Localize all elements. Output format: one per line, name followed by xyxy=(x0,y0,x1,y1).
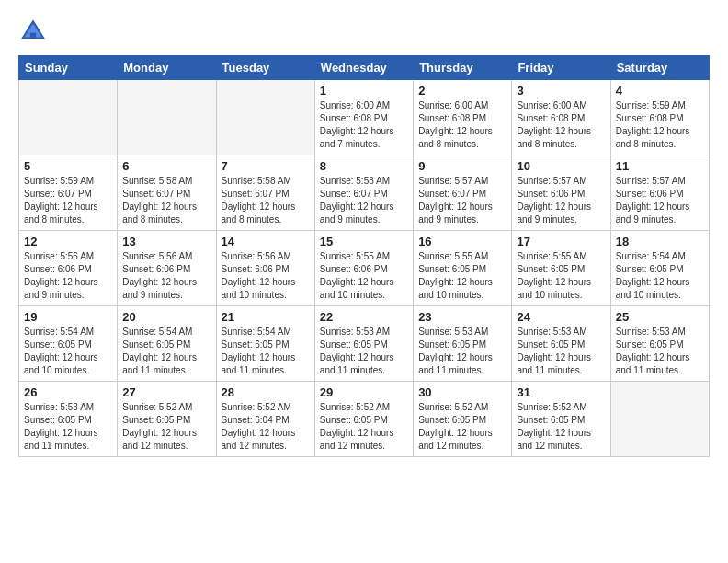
week-row-0: 1Sunrise: 6:00 AM Sunset: 6:08 PM Daylig… xyxy=(19,80,710,155)
day-number: 6 xyxy=(122,159,210,173)
day-info: Sunrise: 5:54 AM Sunset: 6:05 PM Dayligh… xyxy=(222,326,310,377)
day-info: Sunrise: 5:55 AM Sunset: 6:06 PM Dayligh… xyxy=(320,250,408,302)
calendar-cell xyxy=(610,382,709,457)
day-info: Sunrise: 5:53 AM Sunset: 6:05 PM Dayligh… xyxy=(418,326,506,377)
calendar-cell: 3Sunrise: 6:00 AM Sunset: 6:08 PM Daylig… xyxy=(512,80,610,155)
day-number: 16 xyxy=(418,235,506,248)
day-number: 5 xyxy=(24,159,112,173)
day-number: 20 xyxy=(122,310,210,324)
calendar-cell: 8Sunrise: 5:58 AM Sunset: 6:07 PM Daylig… xyxy=(314,155,413,231)
day-number: 10 xyxy=(517,159,605,173)
weekday-header-row: SundayMondayTuesdayWednesdayThursdayFrid… xyxy=(19,56,710,80)
calendar-cell: 9Sunrise: 5:57 AM Sunset: 6:07 PM Daylig… xyxy=(414,155,512,231)
day-info: Sunrise: 5:57 AM Sunset: 6:07 PM Dayligh… xyxy=(418,175,506,226)
day-info: Sunrise: 6:00 AM Sunset: 6:08 PM Dayligh… xyxy=(320,99,408,151)
day-number: 27 xyxy=(122,385,210,399)
day-number: 1 xyxy=(320,84,408,98)
day-info: Sunrise: 5:52 AM Sunset: 6:05 PM Dayligh… xyxy=(320,401,408,453)
calendar-cell: 29Sunrise: 5:52 AM Sunset: 6:05 PM Dayli… xyxy=(314,382,413,457)
calendar-cell: 11Sunrise: 5:57 AM Sunset: 6:06 PM Dayli… xyxy=(610,155,709,231)
page: SundayMondayTuesdayWednesdayThursdayFrid… xyxy=(0,0,728,563)
week-row-1: 5Sunrise: 5:59 AM Sunset: 6:07 PM Daylig… xyxy=(19,155,710,231)
weekday-header-thursday: Thursday xyxy=(414,56,512,80)
day-number: 19 xyxy=(24,310,112,324)
day-info: Sunrise: 5:56 AM Sunset: 6:06 PM Dayligh… xyxy=(122,250,210,302)
week-row-2: 12Sunrise: 5:56 AM Sunset: 6:06 PM Dayli… xyxy=(19,231,710,306)
calendar-cell: 27Sunrise: 5:52 AM Sunset: 6:05 PM Dayli… xyxy=(118,382,216,457)
calendar-cell: 14Sunrise: 5:56 AM Sunset: 6:06 PM Dayli… xyxy=(216,231,314,306)
day-number: 9 xyxy=(418,159,506,173)
weekday-header-monday: Monday xyxy=(118,56,216,80)
svg-rect-2 xyxy=(30,33,36,39)
day-number: 18 xyxy=(616,235,704,248)
calendar-cell: 18Sunrise: 5:54 AM Sunset: 6:05 PM Dayli… xyxy=(610,231,709,306)
calendar-cell: 26Sunrise: 5:53 AM Sunset: 6:05 PM Dayli… xyxy=(19,382,118,457)
weekday-header-sunday: Sunday xyxy=(19,56,118,80)
day-number: 22 xyxy=(320,310,408,324)
day-number: 13 xyxy=(122,235,210,248)
day-info: Sunrise: 5:54 AM Sunset: 6:05 PM Dayligh… xyxy=(616,250,704,302)
day-info: Sunrise: 5:54 AM Sunset: 6:05 PM Dayligh… xyxy=(122,326,210,377)
day-info: Sunrise: 5:52 AM Sunset: 6:05 PM Dayligh… xyxy=(418,401,506,453)
calendar-cell: 4Sunrise: 5:59 AM Sunset: 6:08 PM Daylig… xyxy=(610,80,709,155)
calendar-cell: 16Sunrise: 5:55 AM Sunset: 6:05 PM Dayli… xyxy=(414,231,512,306)
calendar-cell: 6Sunrise: 5:58 AM Sunset: 6:07 PM Daylig… xyxy=(118,155,216,231)
day-number: 28 xyxy=(222,385,310,399)
day-info: Sunrise: 6:00 AM Sunset: 6:08 PM Dayligh… xyxy=(418,99,506,151)
day-number: 2 xyxy=(418,84,506,98)
calendar-table: SundayMondayTuesdayWednesdayThursdayFrid… xyxy=(18,55,710,457)
logo-icon xyxy=(18,17,48,46)
day-info: Sunrise: 5:53 AM Sunset: 6:05 PM Dayligh… xyxy=(517,326,605,377)
day-number: 3 xyxy=(517,84,605,98)
day-info: Sunrise: 5:52 AM Sunset: 6:05 PM Dayligh… xyxy=(517,401,605,453)
day-number: 30 xyxy=(418,385,506,399)
calendar-cell: 5Sunrise: 5:59 AM Sunset: 6:07 PM Daylig… xyxy=(19,155,118,231)
day-number: 4 xyxy=(616,84,704,98)
calendar-cell: 25Sunrise: 5:53 AM Sunset: 6:05 PM Dayli… xyxy=(610,306,709,382)
logo xyxy=(18,17,51,46)
calendar-cell: 23Sunrise: 5:53 AM Sunset: 6:05 PM Dayli… xyxy=(414,306,512,382)
day-number: 8 xyxy=(320,159,408,173)
day-number: 23 xyxy=(418,310,506,324)
calendar-cell: 10Sunrise: 5:57 AM Sunset: 6:06 PM Dayli… xyxy=(512,155,610,231)
day-info: Sunrise: 5:52 AM Sunset: 6:05 PM Dayligh… xyxy=(122,401,210,453)
calendar-cell: 12Sunrise: 5:56 AM Sunset: 6:06 PM Dayli… xyxy=(19,231,118,306)
week-row-3: 19Sunrise: 5:54 AM Sunset: 6:05 PM Dayli… xyxy=(19,306,710,382)
day-info: Sunrise: 6:00 AM Sunset: 6:08 PM Dayligh… xyxy=(517,99,605,151)
day-number: 17 xyxy=(517,235,605,248)
day-number: 31 xyxy=(517,385,605,399)
calendar-cell xyxy=(118,80,216,155)
day-info: Sunrise: 5:58 AM Sunset: 6:07 PM Dayligh… xyxy=(222,175,310,226)
day-info: Sunrise: 5:56 AM Sunset: 6:06 PM Dayligh… xyxy=(222,250,310,302)
day-number: 24 xyxy=(517,310,605,324)
calendar-cell: 20Sunrise: 5:54 AM Sunset: 6:05 PM Dayli… xyxy=(118,306,216,382)
day-info: Sunrise: 5:55 AM Sunset: 6:05 PM Dayligh… xyxy=(517,250,605,302)
calendar-cell: 1Sunrise: 6:00 AM Sunset: 6:08 PM Daylig… xyxy=(314,80,413,155)
header xyxy=(18,17,710,46)
day-info: Sunrise: 5:52 AM Sunset: 6:04 PM Dayligh… xyxy=(222,401,310,453)
day-info: Sunrise: 5:53 AM Sunset: 6:05 PM Dayligh… xyxy=(320,326,408,377)
calendar-cell: 22Sunrise: 5:53 AM Sunset: 6:05 PM Dayli… xyxy=(314,306,413,382)
day-number: 12 xyxy=(24,235,112,248)
day-info: Sunrise: 5:58 AM Sunset: 6:07 PM Dayligh… xyxy=(320,175,408,226)
day-number: 15 xyxy=(320,235,408,248)
calendar-cell xyxy=(19,80,118,155)
week-row-4: 26Sunrise: 5:53 AM Sunset: 6:05 PM Dayli… xyxy=(19,382,710,457)
day-info: Sunrise: 5:53 AM Sunset: 6:05 PM Dayligh… xyxy=(616,326,704,377)
day-number: 25 xyxy=(616,310,704,324)
day-info: Sunrise: 5:57 AM Sunset: 6:06 PM Dayligh… xyxy=(517,175,605,226)
calendar-cell: 19Sunrise: 5:54 AM Sunset: 6:05 PM Dayli… xyxy=(19,306,118,382)
day-info: Sunrise: 5:58 AM Sunset: 6:07 PM Dayligh… xyxy=(122,175,210,226)
day-number: 26 xyxy=(24,385,112,399)
weekday-header-tuesday: Tuesday xyxy=(216,56,314,80)
calendar-cell: 15Sunrise: 5:55 AM Sunset: 6:06 PM Dayli… xyxy=(314,231,413,306)
weekday-header-wednesday: Wednesday xyxy=(314,56,413,80)
calendar-cell: 2Sunrise: 6:00 AM Sunset: 6:08 PM Daylig… xyxy=(414,80,512,155)
calendar-cell: 17Sunrise: 5:55 AM Sunset: 6:05 PM Dayli… xyxy=(512,231,610,306)
calendar-cell: 21Sunrise: 5:54 AM Sunset: 6:05 PM Dayli… xyxy=(216,306,314,382)
calendar-cell: 7Sunrise: 5:58 AM Sunset: 6:07 PM Daylig… xyxy=(216,155,314,231)
day-info: Sunrise: 5:53 AM Sunset: 6:05 PM Dayligh… xyxy=(24,401,112,453)
day-number: 7 xyxy=(222,159,310,173)
day-number: 11 xyxy=(616,159,704,173)
weekday-header-saturday: Saturday xyxy=(610,56,709,80)
